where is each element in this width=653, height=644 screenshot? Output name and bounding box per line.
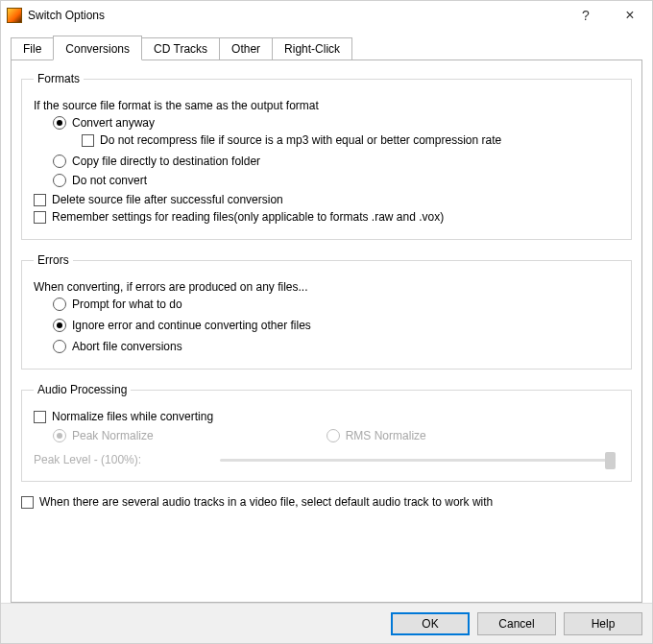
checkbox-icon: [21, 496, 34, 509]
errors-intro-text: When converting, if errors are produced …: [34, 280, 307, 294]
checkbox-several-tracks-label: When there are several audio tracks in a…: [39, 495, 493, 509]
group-formats-legend: Formats: [34, 72, 84, 85]
group-audio-processing: Audio Processing Normalize files while c…: [21, 383, 632, 482]
radio-rms-normalize-label: RMS Normalize: [346, 429, 426, 442]
radio-icon: [53, 319, 66, 332]
radio-peak-normalize-label: Peak Normalize: [72, 429, 154, 442]
radio-convert-anyway[interactable]: Convert anyway: [53, 116, 619, 130]
tabpage-conversions: Formats If the source file format is the…: [11, 60, 642, 603]
close-icon: ×: [625, 8, 634, 23]
checkbox-several-tracks[interactable]: When there are several audio tracks in a…: [21, 495, 632, 509]
checkbox-remember-settings[interactable]: Remember settings for reading files(only…: [34, 210, 619, 224]
checkbox-do-not-recompress[interactable]: Do not recompress file if source is a mp…: [82, 133, 619, 147]
checkbox-icon: [34, 194, 46, 206]
tab-strip: File Conversions CD Tracks Other Right-C…: [11, 36, 642, 60]
radio-icon: [53, 340, 66, 353]
button-bar: OK Cancel Help: [1, 603, 652, 643]
radio-icon: [53, 155, 66, 168]
ok-button[interactable]: OK: [391, 612, 470, 635]
tab-conversions[interactable]: Conversions: [53, 36, 142, 60]
checkbox-do-not-recompress-label: Do not recompress file if source is a mp…: [100, 133, 501, 147]
tab-other[interactable]: Other: [219, 37, 273, 60]
slider-track: [220, 459, 616, 462]
app-icon: [7, 8, 22, 23]
checkbox-normalize-label: Normalize files while converting: [52, 410, 213, 423]
checkbox-delete-source-label: Delete source file after successful conv…: [52, 193, 283, 206]
group-errors: Errors When converting, if errors are pr…: [21, 253, 632, 370]
checkbox-normalize[interactable]: Normalize files while converting: [34, 410, 619, 423]
radio-peak-normalize: Peak Normalize: [53, 429, 154, 442]
radio-errors-ignore-label: Ignore error and continue converting oth…: [72, 319, 311, 332]
radio-errors-prompt[interactable]: Prompt for what to do: [53, 298, 619, 311]
radio-convert-anyway-label: Convert anyway: [72, 116, 155, 130]
formats-intro-text: If the source file format is the same as…: [34, 99, 319, 112]
switch-options-dialog: Switch Options ? × File Conversions CD T…: [0, 0, 653, 644]
radio-errors-prompt-label: Prompt for what to do: [72, 298, 182, 311]
radio-icon: [53, 116, 66, 130]
radio-errors-ignore[interactable]: Ignore error and continue converting oth…: [53, 319, 619, 332]
radio-icon: [53, 298, 66, 311]
radio-do-not-convert-label: Do not convert: [72, 174, 147, 187]
radio-icon: [53, 174, 66, 187]
checkbox-remember-settings-label: Remember settings for reading files(only…: [52, 210, 444, 224]
tab-cd-tracks[interactable]: CD Tracks: [141, 37, 220, 60]
group-formats: Formats If the source file format is the…: [21, 72, 632, 240]
close-button[interactable]: ×: [608, 1, 652, 30]
radio-errors-abort-label: Abort file conversions: [72, 340, 182, 353]
help-button[interactable]: ?: [564, 1, 608, 30]
window-title: Switch Options: [28, 9, 105, 22]
tab-file[interactable]: File: [11, 37, 54, 60]
help-button-bottom[interactable]: Help: [564, 612, 642, 635]
titlebar: Switch Options ? ×: [1, 1, 652, 30]
checkbox-icon: [82, 134, 94, 147]
checkbox-icon: [34, 411, 46, 423]
cancel-button[interactable]: Cancel: [477, 612, 556, 635]
radio-do-not-convert[interactable]: Do not convert: [53, 174, 619, 187]
radio-errors-abort[interactable]: Abort file conversions: [53, 340, 619, 353]
radio-icon: [326, 429, 340, 442]
group-audio-legend: Audio Processing: [34, 383, 131, 396]
help-icon: ?: [582, 8, 590, 23]
radio-copy-direct[interactable]: Copy file directly to destination folder: [53, 155, 619, 168]
radio-icon: [53, 429, 66, 442]
slider-thumb: [605, 452, 616, 469]
tab-right-click[interactable]: Right-Click: [272, 37, 352, 60]
checkbox-delete-source[interactable]: Delete source file after successful conv…: [34, 193, 619, 206]
radio-copy-direct-label: Copy file directly to destination folder: [72, 155, 260, 168]
checkbox-icon: [34, 211, 46, 224]
peak-level-label: Peak Level - (100%):: [34, 453, 216, 466]
radio-rms-normalize: RMS Normalize: [326, 429, 426, 442]
group-errors-legend: Errors: [34, 253, 73, 267]
peak-level-slider: [220, 450, 616, 469]
